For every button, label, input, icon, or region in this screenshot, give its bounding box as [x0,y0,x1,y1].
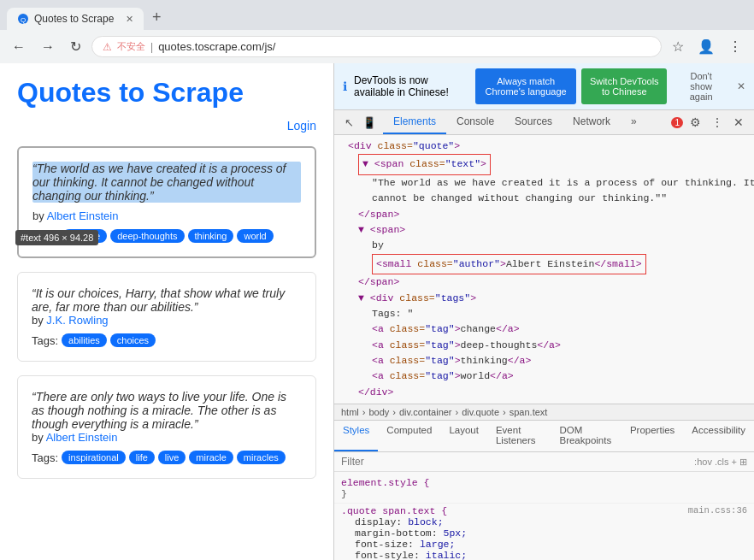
html-line-8: <small class="author">Albert Einstein</s… [341,254,747,274]
styles-tab-properties[interactable]: Properties [621,421,683,451]
match-language-button[interactable]: Always match Chrome's language [475,68,576,104]
nav-icons: ☆ 👤 ⋮ [667,35,747,58]
bc-sep-1: › [362,407,366,417]
breadcrumb-div-container[interactable]: div.container [399,407,452,417]
tag-world[interactable]: world [237,229,273,243]
tag-inspirational[interactable]: inspirational [62,451,126,464]
tab-close-button[interactable]: ✕ [126,14,133,25]
styles-tab-accessibility[interactable]: Accessibility [683,421,754,451]
devtools-more-icons: 1 ⚙ ⋮ ✕ [668,110,751,134]
html-line-1: <div class="quote"> [341,139,747,154]
svg-text:Q: Q [21,16,26,24]
notification-close-button[interactable]: ✕ [737,80,745,92]
forward-button[interactable]: → [36,36,60,58]
styles-tab-event-listeners[interactable]: Event Listeners [487,421,551,451]
close-devtools-button[interactable]: ✕ [730,114,747,131]
tag-thinking[interactable]: thinking [188,229,234,243]
styles-tab-dom-breakpoints[interactable]: DOM Breakpoints [551,421,621,451]
nav-bar: ← → ↻ ⚠ 不安全 | quotes.toscrape.com/js/ ☆ … [0,30,754,63]
tag-live[interactable]: live [158,451,186,464]
quote-author-3: by Albert Einstein [32,431,302,444]
html-line-15: <a class="tag">world</a> [341,368,747,384]
html-line-6: ▼ <span> [341,222,747,238]
styles-tab-styles[interactable]: Styles [334,421,378,451]
html-line-13: <a class="tag">deep-thoughts</a> [341,338,747,353]
html-line-9: </span> [341,274,747,290]
html-line-11: Tags: " [341,306,747,321]
breadcrumb-html[interactable]: html [341,407,359,417]
device-toolbar-button[interactable]: 📱 [359,115,380,131]
new-tab-button[interactable]: + [147,5,167,30]
quote-tags-3: Tags: inspirational life live miracle mi… [32,451,302,464]
menu-button[interactable]: ⋮ [723,35,747,58]
quote-card-3: “There are only two ways to live your li… [17,375,316,479]
tags-label-3: Tags: [32,451,58,464]
tag-deep-thoughts[interactable]: deep-thoughts [110,229,184,243]
bc-sep-4: › [503,407,506,417]
content-area: Quotes to Scrape Login #text 496 × 94.28… [0,63,754,560]
quote-text-1: “The world as we have created it is a pr… [32,162,301,203]
quote-text-3: “There are only two ways to live your li… [32,390,286,431]
tab-console[interactable]: Console [446,110,504,134]
tab-network[interactable]: Network [563,110,621,134]
notification-buttons: Always match Chrome's language Switch De… [475,68,730,104]
tab-title: Quotes to Scrape [34,13,114,25]
html-line-2: ▼ <span class="text"> [341,154,747,174]
switch-chinese-button[interactable]: Switch DevTools to Chinese [581,68,667,104]
style-prop-font-size: font-size: large; [341,539,747,550]
styles-tab-computed[interactable]: Computed [378,421,440,451]
tag-miracle[interactable]: miracle [189,451,233,464]
breadcrumb-bar: html › body › div.container › div.quote … [334,404,754,421]
author-link-3[interactable]: Albert Einstein [46,431,118,444]
tag-choices[interactable]: choices [110,333,156,347]
tooltip-box: #text 496 × 94.28 [15,230,98,245]
tab-more[interactable]: » [621,110,647,134]
inspect-element-button[interactable]: ↖ [341,115,357,131]
author-link-1[interactable]: Albert Einstein [47,209,119,222]
bookmark-button[interactable]: ☆ [667,35,689,58]
tab-elements[interactable]: Elements [383,110,446,134]
quote-tags-2: Tags: abilities choices [32,333,302,347]
webpage-pane: Quotes to Scrape Login #text 496 × 94.28… [0,63,333,560]
back-button[interactable]: ← [7,36,31,58]
author-link-2[interactable]: J.K. Rowling [46,314,108,327]
styles-tab-layout[interactable]: Layout [440,421,487,451]
html-line-4: cannot be changed without changing our t… [341,191,747,206]
styles-filter-input[interactable] [341,456,691,468]
styles-tabs: Styles Computed Layout Event Listeners D… [334,421,754,452]
devtools-panel: ℹ DevTools is now available in Chinese! … [333,63,754,560]
breadcrumb-div-quote[interactable]: div.quote [462,407,499,417]
breadcrumb-span-text[interactable]: span.text [510,407,548,417]
settings-button[interactable]: ⚙ [686,114,704,131]
html-line-16: </div> [341,385,747,400]
active-tab[interactable]: Q Quotes to Scrape ✕ [7,8,144,30]
html-line-3: "The world as we have created it is a pr… [341,175,747,191]
breadcrumb-body[interactable]: body [368,407,389,417]
notification-icon: ℹ [343,80,347,93]
style-rule-element: element.style { } [334,475,754,504]
address-separator: | [150,41,153,53]
tags-label-2: Tags: [32,334,58,347]
style-prop-margin: margin-bottom: 5px; [341,528,747,539]
devtools-tabs: ↖ 📱 Elements Console Sources Network » 1… [334,110,754,135]
dont-show-button[interactable]: Don't show again [672,68,730,104]
html-line-5: </span> [341,207,747,222]
tag-abilities[interactable]: abilities [62,333,107,347]
tag-miracles[interactable]: miracles [237,451,286,464]
login-link[interactable]: Login [17,119,316,133]
style-selector-quote-span: .quote span.text { [341,505,447,516]
security-label: 不安全 [117,40,145,53]
address-text: quotes.toscrape.com/js/ [158,40,275,53]
bc-sep-3: › [456,407,459,417]
security-icon: ⚠ [103,41,112,53]
error-badge: 1 [671,117,683,128]
refresh-button[interactable]: ↻ [65,35,86,58]
tab-sources[interactable]: Sources [504,110,563,134]
styles-content: element.style { } main.css:36 .quote spa… [334,472,754,560]
more-options-button[interactable]: ⋮ [708,114,727,131]
html-tree: <div class="quote"> ▼ <span class="text"… [334,135,754,404]
devtools-notification: ℹ DevTools is now available in Chinese! … [334,63,754,110]
address-bar[interactable]: ⚠ 不安全 | quotes.toscrape.com/js/ [91,36,662,57]
profile-button[interactable]: 👤 [692,35,720,58]
tag-life[interactable]: life [129,451,155,464]
